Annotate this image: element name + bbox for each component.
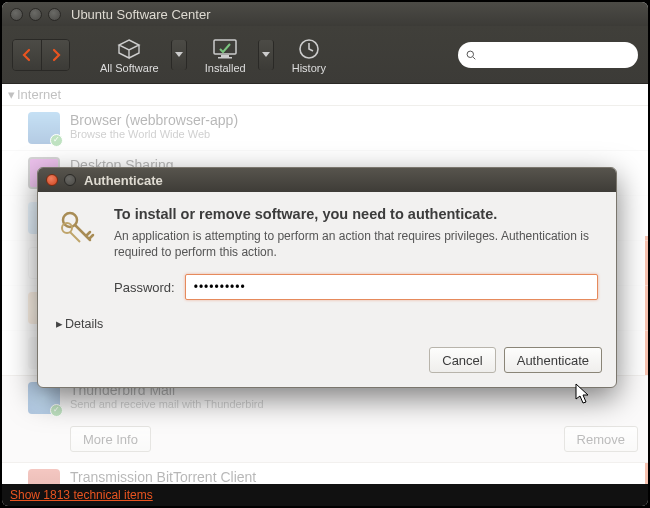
maximize-window-button[interactable] <box>48 8 61 21</box>
password-input[interactable] <box>185 274 598 300</box>
svg-rect-1 <box>221 55 229 57</box>
toolbar: All Software Installed History <box>2 26 648 84</box>
details-expander[interactable]: ▸ Details <box>38 314 616 341</box>
dialog-body-text: An application is attempting to perform … <box>114 228 598 260</box>
authenticate-dialog: Authenticate To install or remove softwa… <box>37 167 617 388</box>
search-icon <box>466 48 476 62</box>
dialog-heading: To install or remove software, you need … <box>114 206 598 222</box>
search-box[interactable] <box>458 42 638 68</box>
close-window-button[interactable] <box>10 8 23 21</box>
installed-dropdown[interactable] <box>258 40 274 70</box>
statusbar: Show 1813 technical items <box>2 484 648 506</box>
search-input[interactable] <box>480 48 630 62</box>
package-icon <box>117 36 141 62</box>
back-button[interactable] <box>13 40 41 70</box>
svg-rect-0 <box>214 40 236 54</box>
monitor-icon <box>212 36 238 62</box>
clock-icon <box>298 36 320 62</box>
forward-button[interactable] <box>41 40 69 70</box>
dialog-window-controls <box>46 174 76 186</box>
minimize-window-button[interactable] <box>29 8 42 21</box>
authenticate-button[interactable]: Authenticate <box>504 347 602 373</box>
dialog-title: Authenticate <box>84 173 163 188</box>
chevron-right-icon: ▸ <box>56 316 63 331</box>
svg-rect-2 <box>218 57 232 59</box>
svg-point-4 <box>467 51 473 57</box>
nav-buttons <box>12 39 70 71</box>
dialog-close-button[interactable] <box>46 174 58 186</box>
history-tab[interactable]: History <box>286 36 332 74</box>
window-titlebar: Ubuntu Software Center <box>2 2 648 26</box>
password-label: Password: <box>114 280 175 295</box>
all-software-dropdown[interactable] <box>171 40 187 70</box>
svg-line-5 <box>473 57 475 59</box>
show-technical-items-link[interactable]: Show 1813 technical items <box>10 488 153 502</box>
dialog-titlebar: Authenticate <box>38 168 616 192</box>
dialog-minimize-button[interactable] <box>64 174 76 186</box>
installed-tab[interactable]: Installed <box>199 36 252 74</box>
window-controls <box>10 8 61 21</box>
window-title: Ubuntu Software Center <box>71 7 210 22</box>
software-center-window: Ubuntu Software Center All Software Ins <box>2 2 648 506</box>
keys-icon <box>56 206 100 300</box>
cancel-button[interactable]: Cancel <box>429 347 495 373</box>
all-software-tab[interactable]: All Software <box>94 36 165 74</box>
